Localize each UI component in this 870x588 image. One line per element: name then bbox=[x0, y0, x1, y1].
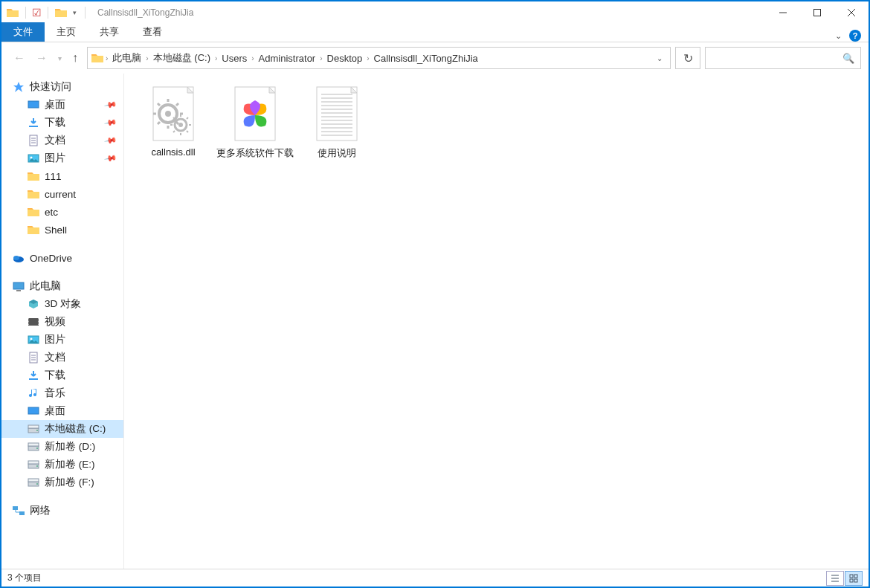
help-icon[interactable]: ? bbox=[849, 30, 861, 42]
pin-icon: 📌 bbox=[104, 152, 118, 166]
forward-button[interactable]: → bbox=[36, 51, 48, 65]
sidebar-item[interactable]: Shell bbox=[1, 221, 123, 239]
icons-view-icon bbox=[849, 574, 858, 583]
tree-label: 下载 bbox=[45, 116, 65, 129]
sidebar-item[interactable]: 图片 bbox=[1, 331, 123, 349]
folder-icon bbox=[27, 170, 40, 182]
tab-view[interactable]: 查看 bbox=[131, 22, 174, 42]
sidebar-item[interactable]: 音乐 bbox=[1, 384, 123, 402]
sidebar-item[interactable]: 视频 bbox=[1, 313, 123, 331]
tree-label: 下载 bbox=[45, 369, 65, 382]
tab-share[interactable]: 共享 bbox=[88, 22, 131, 42]
sidebar-item[interactable]: current bbox=[1, 185, 123, 203]
sidebar-item[interactable]: 3D 对象 bbox=[1, 295, 123, 313]
breadcrumb-segment[interactable]: Users bbox=[219, 53, 250, 64]
folder-icon[interactable] bbox=[54, 7, 68, 19]
maximize-icon bbox=[813, 9, 821, 16]
chevron-right-icon[interactable]: › bbox=[213, 54, 219, 62]
sidebar-item[interactable]: 下载 bbox=[1, 366, 123, 384]
breadcrumb-container: 此电脑›本地磁盘 (C:)›Users›Administrator›Deskto… bbox=[109, 51, 480, 65]
tree-label: 桌面 bbox=[45, 404, 65, 418]
svg-rect-9 bbox=[16, 290, 21, 291]
close-button[interactable] bbox=[834, 1, 869, 23]
minimize-button[interactable] bbox=[766, 1, 800, 23]
tab-file[interactable]: 文件 bbox=[1, 22, 45, 42]
pinwheel-file-icon bbox=[225, 84, 285, 143]
breadcrumb-segment[interactable]: Desktop bbox=[324, 53, 366, 64]
breadcrumb-segment[interactable]: Callnsisdll_XiTongZhiJia bbox=[371, 53, 481, 64]
svg-rect-37 bbox=[850, 575, 853, 578]
drive-icon bbox=[27, 459, 40, 471]
svg-point-24 bbox=[36, 465, 38, 467]
desktop-icon bbox=[27, 405, 40, 417]
tree-label: 此电脑 bbox=[30, 280, 61, 293]
sidebar-item[interactable]: 桌面📌 bbox=[1, 96, 123, 114]
sidebar-item[interactable]: 文档📌 bbox=[1, 132, 123, 149]
folder-icon bbox=[27, 188, 40, 200]
chevron-right-icon[interactable]: › bbox=[144, 54, 149, 62]
address-bar[interactable]: › 此电脑›本地磁盘 (C:)›Users›Administrator›Desk… bbox=[87, 47, 671, 69]
ribbon-right: ⌄ ? bbox=[835, 30, 869, 42]
3d-icon bbox=[27, 298, 40, 310]
file-item[interactable]: callnsis.dll bbox=[133, 80, 213, 164]
video-icon bbox=[27, 316, 40, 328]
breadcrumb-segment[interactable]: 本地磁盘 (C:) bbox=[150, 51, 213, 65]
sidebar-item[interactable]: 新加卷 (D:) bbox=[1, 438, 123, 456]
recent-dropdown-icon[interactable]: ▾ bbox=[58, 54, 62, 62]
tree-label: current bbox=[45, 189, 76, 200]
expand-ribbon-icon[interactable]: ⌄ bbox=[835, 31, 842, 41]
address-dropdown-icon[interactable]: ⌄ bbox=[657, 54, 663, 62]
details-view-icon bbox=[831, 574, 840, 583]
tab-home[interactable]: 主页 bbox=[45, 22, 88, 42]
explorer-window: ☑ ▾ Callnsisdll_XiTongZhiJia 文件 主页 共享 查看 bbox=[0, 0, 870, 588]
quick-access-toolbar: ☑ ▾ bbox=[1, 7, 93, 19]
chevron-right-icon[interactable]: › bbox=[365, 54, 370, 62]
sidebar-item[interactable]: 桌面 bbox=[1, 402, 123, 420]
sidebar-item[interactable]: 图片📌 bbox=[1, 149, 123, 167]
drive-icon bbox=[27, 441, 40, 453]
sidebar-item[interactable]: 新加卷 (F:) bbox=[1, 474, 123, 491]
tree-label: Shell bbox=[45, 224, 67, 236]
svg-rect-39 bbox=[850, 579, 853, 582]
sidebar-item[interactable]: etc bbox=[1, 203, 123, 221]
refresh-button[interactable]: ↻ bbox=[675, 47, 700, 69]
details-view-button[interactable] bbox=[826, 571, 844, 586]
sidebar-quick-access[interactable]: 快速访问 bbox=[1, 78, 123, 96]
maximize-button[interactable] bbox=[800, 1, 834, 23]
music-icon bbox=[27, 387, 40, 399]
desktop-icon bbox=[27, 99, 40, 111]
svg-rect-17 bbox=[28, 425, 39, 428]
up-button[interactable]: ↑ bbox=[72, 51, 78, 65]
chevron-right-icon[interactable]: › bbox=[318, 54, 323, 62]
file-item[interactable]: 使用说明 bbox=[297, 80, 377, 164]
svg-rect-14 bbox=[28, 407, 39, 414]
svg-rect-20 bbox=[28, 443, 39, 446]
tree-label: etc bbox=[45, 207, 58, 218]
tree-label: 新加卷 (D:) bbox=[45, 440, 95, 453]
pictures-icon bbox=[27, 334, 40, 346]
sidebar-item[interactable]: 新加卷 (E:) bbox=[1, 456, 123, 474]
sidebar-network[interactable]: 网络 bbox=[1, 502, 123, 520]
sidebar-onedrive[interactable]: OneDrive bbox=[1, 249, 123, 267]
pc-icon bbox=[12, 280, 25, 292]
qat-checkbox-icon[interactable]: ☑ bbox=[32, 7, 42, 19]
file-item[interactable]: 更多系统软件下载 bbox=[215, 80, 295, 164]
svg-rect-8 bbox=[13, 282, 24, 289]
sidebar-item[interactable]: 文档 bbox=[1, 349, 123, 366]
chevron-right-icon[interactable]: › bbox=[104, 54, 109, 62]
icons-view-button[interactable] bbox=[845, 571, 863, 586]
file-list[interactable]: callnsis.dll更多系统软件下载使用说明 bbox=[124, 74, 869, 569]
sidebar-this-pc[interactable]: 此电脑 bbox=[1, 277, 123, 295]
sidebar-item[interactable]: 下载📌 bbox=[1, 114, 123, 132]
chevron-right-icon[interactable]: › bbox=[250, 54, 255, 62]
breadcrumb-segment[interactable]: Administrator bbox=[256, 53, 319, 64]
sidebar-item[interactable]: 本地磁盘 (C:) bbox=[1, 420, 123, 438]
sidebar-item[interactable]: 111 bbox=[1, 167, 123, 185]
search-input[interactable]: 🔍 bbox=[705, 47, 861, 69]
tree-label: 音乐 bbox=[45, 387, 65, 400]
breadcrumb-segment[interactable]: 此电脑 bbox=[109, 51, 144, 65]
tree-label: 新加卷 (F:) bbox=[45, 476, 94, 489]
back-button[interactable]: ← bbox=[13, 51, 25, 65]
ribbon-tabs: 文件 主页 共享 查看 ⌄ ? bbox=[1, 23, 869, 42]
qat-dropdown-icon[interactable]: ▾ bbox=[71, 9, 79, 16]
